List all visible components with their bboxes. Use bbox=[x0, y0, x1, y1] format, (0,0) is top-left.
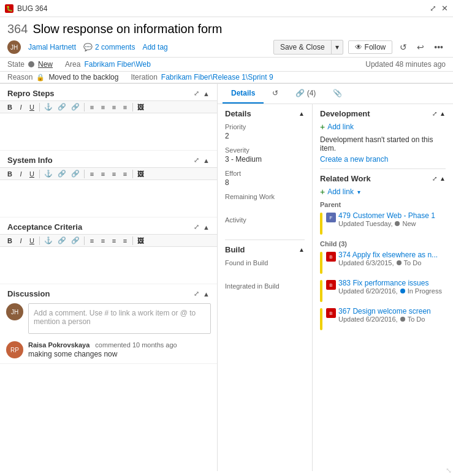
si-link-button[interactable]: 🔗 bbox=[56, 169, 68, 178]
si-link2-button[interactable]: 🔗 bbox=[69, 169, 82, 178]
follow-button[interactable]: 👁 Follow bbox=[348, 40, 393, 54]
ac-expand[interactable]: ⤢ bbox=[194, 223, 199, 231]
ac-link2-button[interactable]: 🔗 bbox=[69, 236, 82, 245]
add-tag-button[interactable]: Add tag bbox=[142, 43, 167, 51]
discussion-title: Discussion bbox=[7, 289, 50, 298]
list4-button[interactable]: ≡ bbox=[120, 103, 130, 111]
comments-button[interactable]: 💬 2 comments bbox=[83, 43, 135, 51]
author-name[interactable]: Jamal Hartnett bbox=[28, 43, 76, 51]
create-branch-link[interactable]: Create a new branch bbox=[320, 155, 446, 164]
severity-field: Severity 3 - Medium bbox=[225, 146, 305, 164]
repro-steps-controls: ⤢ ▲ bbox=[194, 89, 210, 97]
si-anchor-button[interactable]: ⚓ bbox=[42, 169, 55, 178]
comment-input[interactable]: Add a comment. Use # to link a work item… bbox=[28, 303, 211, 334]
bold-button[interactable]: B bbox=[5, 103, 15, 111]
tab-links[interactable]: 🔗 (4) bbox=[287, 84, 324, 104]
list1-button[interactable]: ≡ bbox=[87, 103, 97, 111]
anchor-button[interactable]: ⚓ bbox=[42, 102, 55, 111]
parent-title[interactable]: 479 Customer Web - Phase 1 bbox=[338, 211, 435, 220]
ac-sep1 bbox=[39, 236, 40, 245]
ac-list1-button[interactable]: ≡ bbox=[87, 236, 97, 245]
child3-color-bar bbox=[320, 308, 322, 330]
tab-details[interactable]: Details bbox=[223, 84, 264, 104]
system-info-content[interactable] bbox=[0, 180, 217, 217]
si-image-button[interactable]: 🖼 bbox=[135, 170, 146, 178]
link2-button[interactable]: 🔗 bbox=[69, 102, 82, 111]
ac-link-button[interactable]: 🔗 bbox=[56, 236, 68, 245]
child2-details: 383 Fix performance issues Updated 6/20/… bbox=[338, 279, 442, 295]
save-close-button[interactable]: Save & Close ▾ bbox=[273, 40, 343, 55]
disc-expand[interactable]: ⤢ bbox=[194, 290, 199, 298]
si-list3-button[interactable]: ≡ bbox=[109, 170, 119, 178]
ac-bold-button[interactable]: B bbox=[5, 236, 15, 245]
save-close-dropdown[interactable]: ▾ bbox=[332, 40, 343, 54]
details-collapse[interactable]: ▲ bbox=[299, 110, 305, 117]
repro-steps-content[interactable] bbox=[0, 113, 217, 150]
dev-collapse[interactable]: ▲ bbox=[440, 110, 446, 117]
ac-image-button[interactable]: 🖼 bbox=[135, 236, 146, 245]
repro-steps-section: Repro Steps ⤢ ▲ B I U ⚓ 🔗 🔗 ≡ ≡ ≡ ≡ bbox=[0, 84, 217, 151]
right-columns: Details ▲ Priority 2 Severity 3 - Medium… bbox=[218, 104, 453, 471]
si-list1-button[interactable]: ≡ bbox=[87, 170, 97, 178]
si-underline-button[interactable]: U bbox=[27, 170, 37, 178]
si-list2-button[interactable]: ≡ bbox=[98, 170, 108, 178]
tab-history[interactable]: ↺ bbox=[264, 84, 287, 104]
dev-expand[interactable]: ⤢ bbox=[432, 110, 437, 117]
ac-underline-button[interactable]: U bbox=[27, 236, 37, 245]
ac-list2-button[interactable]: ≡ bbox=[98, 236, 108, 245]
comment-text: making some changes now bbox=[28, 350, 211, 358]
si-bold-button[interactable]: B bbox=[5, 170, 15, 178]
related-work-title: Related Work bbox=[320, 174, 371, 183]
more-options-icon[interactable]: ••• bbox=[432, 41, 446, 53]
ac-list4-button[interactable]: ≡ bbox=[120, 236, 130, 245]
build-section: Build ▲ Found in Build Integrated in Bui… bbox=[225, 240, 305, 300]
tabs-bar: Details ↺ 🔗 (4) 📎 bbox=[218, 84, 453, 104]
dev-add-link-button[interactable]: + Add link bbox=[320, 122, 446, 132]
rw-add-link-button[interactable]: + Add link ▾ bbox=[320, 187, 446, 197]
repro-steps-title: Repro Steps bbox=[7, 89, 55, 98]
work-item-number: 364 bbox=[7, 22, 28, 36]
system-info-expand[interactable]: ⤢ bbox=[194, 156, 199, 164]
save-close-label[interactable]: Save & Close bbox=[274, 40, 332, 54]
rw-expand[interactable]: ⤢ bbox=[432, 175, 437, 182]
tab-attachments[interactable]: 📎 bbox=[324, 84, 351, 104]
undo-icon[interactable]: ↩ bbox=[414, 41, 427, 53]
plus-icon: + bbox=[320, 122, 325, 132]
ac-list3-button[interactable]: ≡ bbox=[109, 236, 119, 245]
updated-text: Updated 48 minutes ago bbox=[365, 60, 446, 69]
disc-collapse[interactable]: ▲ bbox=[203, 290, 210, 298]
maximize-icon[interactable]: ⤢ bbox=[430, 4, 436, 13]
repro-steps-expand[interactable]: ⤢ bbox=[194, 89, 199, 97]
si-list4-button[interactable]: ≡ bbox=[120, 170, 130, 178]
current-user-avatar: JH bbox=[6, 303, 23, 320]
priority-field: Priority 2 bbox=[225, 123, 305, 140]
refresh-icon[interactable]: ↺ bbox=[397, 41, 409, 53]
parent-color-bar bbox=[320, 213, 322, 235]
underline-button[interactable]: U bbox=[27, 103, 37, 111]
close-icon[interactable]: ✕ bbox=[441, 4, 448, 13]
list2-button[interactable]: ≡ bbox=[98, 103, 108, 111]
ac-italic-button[interactable]: I bbox=[16, 236, 26, 245]
ac-anchor-button[interactable]: ⚓ bbox=[42, 236, 55, 245]
si-italic-button[interactable]: I bbox=[16, 170, 26, 178]
child2-color-bar bbox=[320, 280, 322, 302]
commenter-name[interactable]: Raisa Pokrovskaya bbox=[28, 341, 89, 349]
image-button[interactable]: 🖼 bbox=[135, 103, 146, 111]
dev-column: Development ⤢ ▲ + Add link Development h… bbox=[313, 104, 453, 471]
acceptance-criteria-content[interactable] bbox=[0, 247, 217, 284]
rw-collapse[interactable]: ▲ bbox=[440, 175, 446, 182]
si-sep2 bbox=[84, 170, 85, 178]
parent-feature-icon: F bbox=[326, 213, 336, 222]
child2-title[interactable]: 383 Fix performance issues bbox=[338, 279, 442, 287]
system-info-collapse[interactable]: ▲ bbox=[203, 157, 210, 164]
ac-collapse[interactable]: ▲ bbox=[203, 224, 210, 231]
build-collapse[interactable]: ▲ bbox=[299, 246, 305, 253]
child3-title[interactable]: 367 Design welcome screen bbox=[338, 307, 431, 315]
follow-icon: 👁 bbox=[355, 43, 362, 51]
list3-button[interactable]: ≡ bbox=[109, 103, 119, 111]
repro-steps-collapse[interactable]: ▲ bbox=[203, 90, 210, 97]
italic-button[interactable]: I bbox=[16, 103, 26, 111]
link-button[interactable]: 🔗 bbox=[56, 102, 68, 111]
resize-handle[interactable]: ⤡ bbox=[446, 466, 452, 475]
child1-title[interactable]: 374 Apply fix elsewhere as n... bbox=[338, 251, 438, 259]
